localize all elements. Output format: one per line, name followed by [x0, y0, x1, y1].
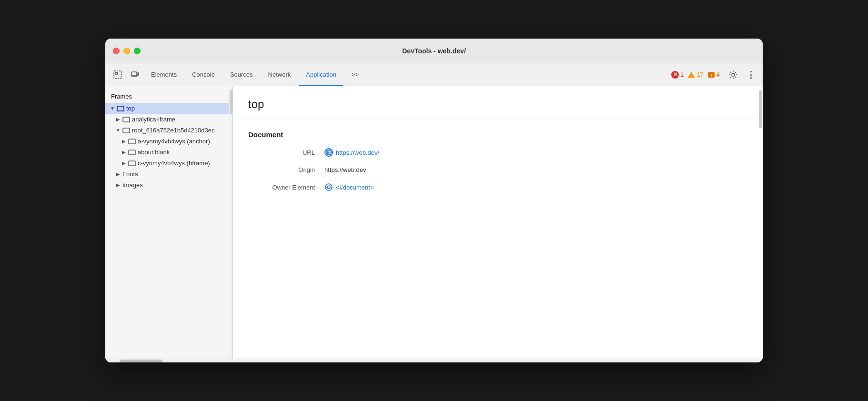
- svg-rect-13: [129, 150, 135, 155]
- label-analytics-iframe: analytics-iframe: [132, 116, 175, 123]
- tab-console[interactable]: Console: [185, 63, 222, 86]
- label-root-frame: root_616a752e1b5d4210d3ec: [132, 127, 215, 134]
- window-title: DevTools - web.dev/: [402, 47, 466, 55]
- sidebar: Frames ▼ top ▶ ana: [105, 86, 229, 359]
- sidebar-scroll-area: [229, 86, 233, 359]
- sidebar-scrollbar-thumb[interactable]: [230, 90, 232, 114]
- info-badge[interactable]: ! 4: [707, 71, 720, 78]
- device-toggle-button[interactable]: [127, 67, 142, 82]
- tab-sources[interactable]: Sources: [223, 63, 260, 86]
- origin-row: Origin https://web.dev: [248, 166, 747, 173]
- bottom-scrollbar-thumb[interactable]: [120, 360, 162, 362]
- main-panel: top Document URL: [233, 86, 763, 359]
- owner-element-value: <#document>: [324, 183, 374, 191]
- frame-icon-analytics: [122, 117, 130, 122]
- panel-title: top: [233, 86, 763, 119]
- gear-icon: [729, 70, 737, 79]
- label-images: Images: [122, 181, 143, 189]
- traffic-lights: [113, 48, 141, 54]
- sidebar-section-frames: Frames: [105, 90, 229, 103]
- svg-point-20: [327, 186, 330, 189]
- svg-rect-14: [129, 161, 135, 166]
- svg-rect-1: [115, 72, 118, 75]
- warning-count: 17: [696, 71, 703, 78]
- label-top: top: [126, 105, 135, 112]
- url-row: URL https://web.dev/: [248, 148, 747, 157]
- badge-group: ✕ 1 ! 17 ! 4: [671, 71, 720, 79]
- toggle-fonts: ▶: [115, 171, 121, 178]
- document-section-title: Document: [248, 130, 747, 139]
- devtools-window: DevTools - web.dev/ Elements Console Sou…: [105, 39, 763, 362]
- sidebar-item-c-bframe[interactable]: ▶ c-vynmy4vb4wys (bframe): [105, 158, 229, 169]
- sidebar-item-images[interactable]: ▶ Images: [105, 180, 229, 190]
- maximize-button[interactable]: [134, 48, 141, 54]
- toggle-top: ▼: [109, 105, 116, 112]
- selector-tool-button[interactable]: [110, 67, 125, 82]
- frame-icon-about-blank: [128, 150, 136, 155]
- info-count: 4: [717, 71, 720, 78]
- frame-icon-root: [122, 128, 130, 133]
- origin-label: Origin: [248, 166, 315, 173]
- svg-point-8: [732, 73, 735, 76]
- panel-scrollbar: [759, 90, 762, 128]
- svg-rect-2: [131, 72, 137, 76]
- minimize-button[interactable]: [123, 48, 130, 54]
- panel-scrollbar-thumb[interactable]: [759, 90, 762, 128]
- more-options-button[interactable]: ⋮: [743, 67, 758, 82]
- warning-icon: !: [687, 71, 695, 78]
- sidebar-item-about-blank[interactable]: ▶ about:blank: [105, 147, 229, 158]
- settings-button[interactable]: [726, 67, 741, 82]
- label-fonts: Fonts: [122, 170, 138, 178]
- svg-rect-11: [123, 128, 130, 133]
- svg-rect-3: [137, 73, 139, 75]
- panel-document-section: Document URL https://web: [233, 119, 763, 212]
- tab-application[interactable]: Application: [299, 63, 343, 86]
- info-icon: !: [707, 71, 715, 78]
- toggle-about-blank: ▶: [121, 149, 127, 156]
- toggle-analytics-iframe: ▶: [115, 116, 121, 123]
- selector-icon: [113, 70, 122, 79]
- error-count: 1: [680, 71, 684, 78]
- toolbar: Elements Console Sources Network Applica…: [105, 63, 763, 86]
- url-circle-icon: [324, 148, 333, 157]
- svg-rect-9: [117, 106, 124, 111]
- device-icon: [131, 70, 139, 79]
- owner-element-row: Owner Element <#document>: [248, 183, 747, 191]
- label-c-bframe: c-vynmy4vb4wys (bframe): [138, 160, 210, 167]
- error-badge[interactable]: ✕ 1: [671, 71, 684, 79]
- url-value: https://web.dev/: [324, 148, 379, 157]
- svg-text:!: !: [710, 73, 712, 78]
- label-a-anchor: a-vynmy4vb4wys (anchor): [138, 138, 210, 145]
- label-about-blank: about:blank: [138, 149, 170, 156]
- toggle-c-bframe: ▶: [121, 160, 127, 167]
- toggle-images: ▶: [115, 182, 121, 189]
- origin-value: https://web.dev: [324, 166, 366, 173]
- url-link[interactable]: https://web.dev/: [336, 149, 379, 156]
- more-tabs-button[interactable]: >>: [345, 63, 365, 86]
- title-bar: DevTools - web.dev/: [105, 39, 763, 63]
- sidebar-item-root-frame[interactable]: ▼ root_616a752e1b5d4210d3ec: [105, 125, 229, 136]
- sidebar-item-fonts[interactable]: ▶ Fonts: [105, 169, 229, 180]
- svg-rect-10: [123, 117, 130, 122]
- tab-elements[interactable]: Elements: [144, 63, 183, 86]
- warning-badge[interactable]: ! 17: [687, 71, 703, 78]
- tab-network[interactable]: Network: [262, 63, 298, 86]
- more-icon: ⋮: [747, 70, 754, 80]
- svg-rect-12: [129, 139, 135, 144]
- sidebar-item-a-anchor[interactable]: ▶ a-vynmy4vb4wys (anchor): [105, 136, 229, 147]
- toggle-a-anchor: ▶: [121, 138, 127, 145]
- owner-element-icon: [324, 183, 333, 191]
- sidebar-item-top[interactable]: ▼ top: [105, 103, 229, 114]
- owner-element-link[interactable]: <#document>: [336, 184, 374, 191]
- frame-icon-a-anchor: [128, 139, 136, 144]
- frame-icon-top: [117, 106, 124, 111]
- owner-element-label: Owner Element: [248, 184, 315, 191]
- toggle-root-frame: ▼: [115, 127, 121, 134]
- url-label: URL: [248, 149, 315, 156]
- bottom-scrollbar: [105, 359, 763, 362]
- main-content: Frames ▼ top ▶ ana: [105, 86, 763, 359]
- sidebar-item-analytics-iframe[interactable]: ▶ analytics-iframe: [105, 114, 229, 125]
- frame-icon-c-bframe: [128, 160, 136, 166]
- error-icon: ✕: [671, 71, 679, 79]
- close-button[interactable]: [113, 48, 120, 54]
